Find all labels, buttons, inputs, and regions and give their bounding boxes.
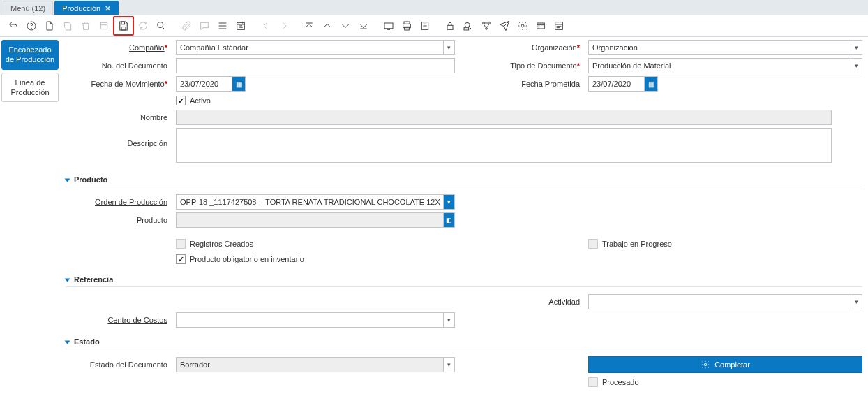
complete-button-label: Completar [714,360,750,369]
doctype-dropdown-icon[interactable]: ▾ [851,58,862,73]
prodorder-dropdown-icon[interactable]: ▾ [443,194,455,210]
zoom-across-icon[interactable] [459,17,477,34]
docstate-dropdown-icon[interactable]: ▾ [443,357,455,372]
entity-sidebar: Encabezado de Producción Línea de Produc… [0,37,60,401]
company-dropdown-icon[interactable]: ▾ [443,40,455,55]
svg-rect-39 [537,23,545,29]
costcenter-field[interactable] [176,312,443,328]
list-icon[interactable] [214,17,232,34]
tab-produccion[interactable]: Producción ✕ [54,1,119,15]
label-name: Nombre [140,113,167,122]
help-icon[interactable] [22,17,40,34]
label-product: Producto [137,216,167,224]
prodorder-field[interactable] [176,194,443,210]
complete-button[interactable]: Completar [588,356,862,373]
movedate-calendar-icon[interactable]: ▦ [232,76,246,92]
nav-prev-icon [257,17,275,34]
desc-field[interactable] [176,128,832,163]
svg-point-33 [488,22,491,24]
docno-field[interactable] [176,58,455,73]
label-processed: Procesado [602,378,639,386]
rec-created-checkbox [176,239,186,249]
tab-menu[interactable]: Menú (12) [3,1,53,15]
next-record-icon[interactable] [336,17,354,34]
section-reference[interactable]: Referencia [66,272,862,287]
company-field[interactable] [176,40,443,55]
tab-menu-label: Menú (12) [10,1,45,15]
search-icon[interactable] [152,17,170,34]
save-button[interactable] [113,16,134,36]
prev-record-icon[interactable] [318,17,336,34]
archive-icon [95,17,113,34]
svg-rect-42 [555,22,563,30]
copy-icon [59,17,77,34]
lock-icon[interactable] [441,17,459,34]
mandatory-inv-checkbox[interactable] [176,254,186,264]
label-doctype: Tipo de Documento [510,61,577,70]
movedate-field[interactable] [176,76,232,92]
tab-produccion-label: Producción [62,1,100,15]
product-info-icon[interactable] [532,17,550,34]
refresh-icon [134,17,152,34]
first-record-icon[interactable] [300,17,318,34]
toolbar: 31 [0,15,868,36]
attach-icon [177,17,195,34]
print-icon[interactable] [398,17,416,34]
sidebar-item-header[interactable]: Encabezado de Producción [1,40,59,70]
delete-icon [77,17,95,34]
svg-point-7 [158,22,163,28]
wip-checkbox [588,239,598,249]
svg-point-34 [486,28,488,30]
gear-icon[interactable] [514,17,532,34]
svg-rect-2 [66,24,70,30]
section-product[interactable]: Producto [66,173,862,187]
toolbar-wrap: 31 [0,15,868,37]
svg-point-38 [521,24,524,27]
active-checkbox[interactable] [176,96,186,105]
product-picker-icon[interactable]: ◧ [443,212,455,228]
svg-point-46 [704,363,707,366]
label-promdate: Fecha Prometida [521,80,580,88]
name-field [176,110,832,125]
about-icon[interactable] [550,17,568,34]
label-org: Organización [532,43,577,52]
label-costcenter: Centro de Costos [107,316,167,324]
costcenter-dropdown-icon[interactable]: ▾ [443,312,455,328]
processed-checkbox [588,377,598,387]
activity-field[interactable] [588,294,851,309]
svg-rect-6 [121,27,126,31]
calendar-icon[interactable]: 31 [232,17,250,34]
last-record-icon[interactable] [354,17,373,34]
chat-icon [195,17,214,34]
label-company: Compañía [129,43,165,52]
workflow-icon[interactable] [477,17,495,34]
close-icon[interactable]: ✕ [105,1,111,15]
label-mandatory-inv: Producto obligatorio en inventario [190,255,304,263]
svg-rect-31 [464,28,469,30]
sidebar-item-header-label: Encabezado de Producción [6,45,54,64]
undo-icon[interactable] [4,17,22,34]
svg-text:31: 31 [239,24,243,29]
svg-point-1 [31,28,32,29]
label-docstate: Estado del Documento [90,360,167,369]
activity-dropdown-icon[interactable]: ▾ [851,294,862,309]
print-preview-icon[interactable] [416,17,434,34]
label-rec-created: Registros Creados [190,240,253,248]
form-area: Compañía* ▾ Organización* ▾ No. del Docu… [60,37,868,401]
promdate-calendar-icon[interactable]: ▦ [644,76,658,92]
svg-point-32 [483,22,485,24]
svg-line-8 [163,27,165,30]
doctype-field[interactable] [588,58,851,73]
org-dropdown-icon[interactable]: ▾ [851,40,862,55]
report-icon[interactable] [380,17,398,34]
label-docno: No. del Documento [102,61,167,70]
new-doc-icon[interactable] [40,17,59,34]
org-field[interactable] [588,40,851,55]
request-icon[interactable] [495,17,514,34]
label-activity: Actividad [548,298,580,306]
promdate-field[interactable] [588,76,644,92]
section-state[interactable]: Estado [66,335,862,349]
svg-rect-24 [405,27,410,30]
sidebar-item-line[interactable]: Línea de Producción [1,73,59,103]
tab-strip: Menú (12) Producción ✕ [0,0,868,15]
